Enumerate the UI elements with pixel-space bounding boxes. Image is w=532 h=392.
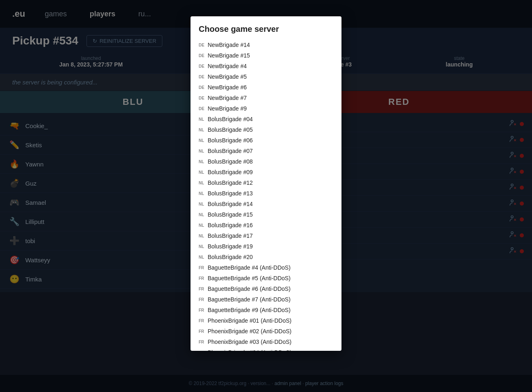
country-code: nl — [199, 181, 205, 185]
modal-title: Choose game server — [191, 16, 341, 40]
server-name: PhoenixBrigade #04 (Anti-DDoS) — [208, 349, 291, 351]
server-list-item[interactable]: nl BolusBrigade #15 — [191, 209, 341, 220]
server-list-item[interactable]: fr BaguetteBrigade #7 (Anti-DDoS) — [191, 294, 341, 305]
server-list-item[interactable]: nl BolusBrigade #05 — [191, 124, 341, 135]
country-code: nl — [199, 202, 205, 206]
country-code: nl — [199, 244, 205, 249]
server-list-item[interactable]: nl BolusBrigade #12 — [191, 177, 341, 188]
country-code: nl — [199, 128, 205, 132]
country-code: fr — [199, 308, 205, 312]
country-code: nl — [199, 170, 205, 175]
country-code: nl — [199, 159, 205, 164]
server-list-item[interactable]: nl BolusBrigade #16 — [191, 220, 341, 230]
server-name: BolusBrigade #14 — [208, 201, 253, 207]
server-name: BolusBrigade #19 — [208, 243, 253, 250]
server-list-item[interactable]: nl BolusBrigade #17 — [191, 230, 341, 241]
country-code: de — [199, 53, 205, 58]
server-name: BolusBrigade #06 — [208, 137, 253, 144]
server-name: BaguetteBrigade #5 (Anti-DDoS) — [208, 275, 290, 281]
modal-overlay[interactable]: Choose game server de NewBrigade #14 de … — [0, 0, 532, 392]
country-code: de — [199, 75, 205, 79]
country-code: de — [199, 64, 205, 69]
server-name: BaguetteBrigade #9 (Anti-DDoS) — [208, 307, 290, 313]
server-list-item[interactable]: fr PhoenixBrigade #04 (Anti-DDoS) — [191, 347, 341, 351]
server-list-item[interactable]: nl BolusBrigade #04 — [191, 114, 341, 124]
country-code: de — [199, 43, 205, 47]
server-list-item[interactable]: de NewBrigade #14 — [191, 40, 341, 50]
country-code: fr — [199, 340, 205, 344]
server-name: BolusBrigade #07 — [208, 148, 253, 154]
server-name: NewBrigade #6 — [208, 84, 247, 91]
country-code: fr — [199, 266, 205, 270]
server-list-item[interactable]: nl BolusBrigade #13 — [191, 188, 341, 199]
country-code: nl — [199, 138, 205, 143]
server-name: BolusBrigade #16 — [208, 222, 253, 228]
country-code: fr — [199, 276, 205, 281]
country-code: de — [199, 96, 205, 100]
country-code: nl — [199, 117, 205, 122]
country-code: nl — [199, 223, 205, 228]
server-name: BaguetteBrigade #4 (Anti-DDoS) — [208, 264, 290, 271]
server-name: PhoenixBrigade #02 (Anti-DDoS) — [208, 328, 291, 334]
server-list-item[interactable]: fr BaguetteBrigade #9 (Anti-DDoS) — [191, 305, 341, 315]
server-list-item[interactable]: fr BaguetteBrigade #4 (Anti-DDoS) — [191, 262, 341, 273]
server-list-item[interactable]: nl BolusBrigade #14 — [191, 199, 341, 209]
server-list-item[interactable]: fr PhoenixBrigade #03 (Anti-DDoS) — [191, 337, 341, 347]
server-name: NewBrigade #14 — [208, 42, 250, 48]
server-name: BolusBrigade #08 — [208, 158, 253, 165]
server-name: BolusBrigade #05 — [208, 126, 253, 133]
server-list-item[interactable]: nl BolusBrigade #20 — [191, 252, 341, 262]
server-list-item[interactable]: nl BolusBrigade #09 — [191, 167, 341, 177]
server-list-item[interactable]: nl BolusBrigade #08 — [191, 156, 341, 167]
server-list-item[interactable]: fr BaguetteBrigade #6 (Anti-DDoS) — [191, 283, 341, 294]
server-list-item[interactable]: nl BolusBrigade #06 — [191, 135, 341, 146]
server-name: BolusBrigade #15 — [208, 211, 253, 218]
server-name: BaguetteBrigade #7 (Anti-DDoS) — [208, 296, 290, 303]
server-list-item[interactable]: de NewBrigade #9 — [191, 103, 341, 114]
country-code: fr — [199, 350, 205, 351]
server-list-item[interactable]: de NewBrigade #15 — [191, 50, 341, 61]
server-list-item[interactable]: fr PhoenixBrigade #02 (Anti-DDoS) — [191, 326, 341, 337]
server-list-item[interactable]: nl BolusBrigade #19 — [191, 241, 341, 252]
server-list-item[interactable]: nl BolusBrigade #07 — [191, 146, 341, 156]
server-name: BaguetteBrigade #6 (Anti-DDoS) — [208, 286, 290, 292]
server-name: BolusBrigade #20 — [208, 254, 253, 260]
country-code: de — [199, 106, 205, 111]
country-code: de — [199, 85, 205, 90]
country-code: nl — [199, 234, 205, 238]
country-code: nl — [199, 255, 205, 259]
server-name: PhoenixBrigade #01 (Anti-DDoS) — [208, 317, 291, 324]
server-list-item[interactable]: fr PhoenixBrigade #01 (Anti-DDoS) — [191, 315, 341, 326]
server-list-item[interactable]: de NewBrigade #7 — [191, 93, 341, 103]
server-name: BolusBrigade #09 — [208, 169, 253, 175]
server-list-item[interactable]: de NewBrigade #4 — [191, 61, 341, 71]
server-name: BolusBrigade #13 — [208, 190, 253, 197]
server-name: BolusBrigade #12 — [208, 179, 253, 186]
server-name: PhoenixBrigade #03 (Anti-DDoS) — [208, 339, 291, 345]
country-code: nl — [199, 149, 205, 153]
country-code: fr — [199, 287, 205, 291]
server-name: NewBrigade #4 — [208, 63, 247, 69]
server-name: BolusBrigade #17 — [208, 233, 253, 239]
server-list-item[interactable]: fr BaguetteBrigade #5 (Anti-DDoS) — [191, 273, 341, 283]
country-code: fr — [199, 297, 205, 302]
server-name: BolusBrigade #04 — [208, 116, 253, 122]
country-code: nl — [199, 191, 205, 196]
server-name: NewBrigade #15 — [208, 52, 250, 59]
server-name: NewBrigade #7 — [208, 95, 247, 101]
server-list-item[interactable]: de NewBrigade #5 — [191, 71, 341, 82]
server-list: de NewBrigade #14 de NewBrigade #15 de N… — [191, 40, 341, 351]
server-name: NewBrigade #9 — [208, 105, 247, 112]
country-code: fr — [199, 329, 205, 334]
country-code: nl — [199, 213, 205, 217]
server-select-modal: Choose game server de NewBrigade #14 de … — [191, 16, 341, 351]
server-name: NewBrigade #5 — [208, 73, 247, 80]
server-list-item[interactable]: de NewBrigade #6 — [191, 82, 341, 93]
country-code: fr — [199, 319, 205, 323]
